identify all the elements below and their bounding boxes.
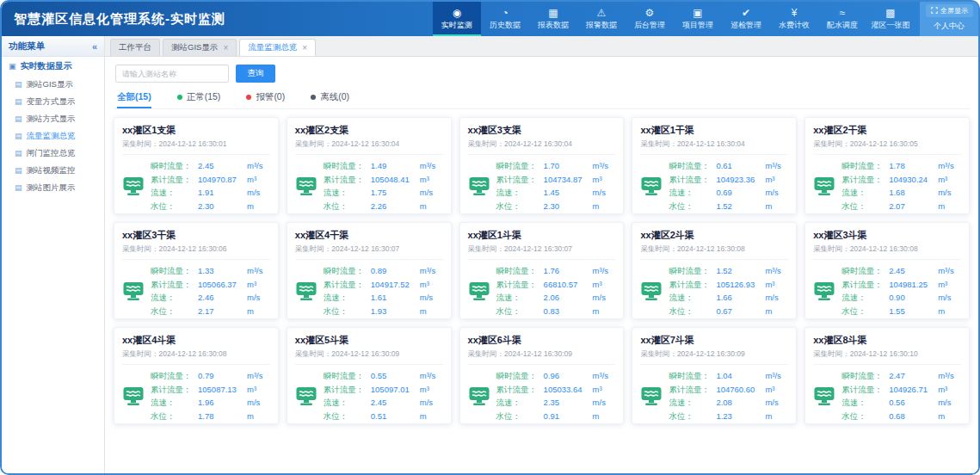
sidebar-item-label: 测站视频监控 [27,165,76,176]
status-filter-1[interactable]: 正常(15) [177,91,221,108]
sidebar-item-4[interactable]: ▤闸门监控总览 [2,145,104,162]
collect-time: 采集时间：2024-12-12 16:30:09 [295,349,443,365]
metric-row: 累计流量：105066.37m³ [151,278,270,292]
collect-time-value: 2024-12-12 16:30:09 [331,349,399,358]
metric-row: 流速：1.61m/s [324,291,443,305]
metric-label: 累计流量： [496,173,544,187]
collect-time: 采集时间：2024-12-12 16:30:07 [295,244,443,260]
metric-value: 2.08 [716,396,765,410]
close-icon[interactable]: × [223,44,228,52]
station-card-12: xx灌区6斗渠采集时间：2024-12-12 16:30:09瞬时流量：0.96… [459,327,625,424]
station-card-3: xx灌区1干渠采集时间：2024-12-12 16:30:04瞬时流量：0.61… [632,117,797,214]
collect-time-value: 2024-12-12 16:30:07 [331,244,399,253]
sidebar-section-realtime[interactable]: ▣ 实时数据显示 [2,57,104,76]
collect-time-value: 2024-12-12 16:30:04 [331,139,399,148]
top-nav-label: 巡检管理 [730,20,761,31]
top-nav-item-2[interactable]: ▦报表数据 [529,2,577,36]
metric-value: 1.61 [371,291,420,305]
top-nav-item-0[interactable]: ◉实时监测 [433,2,481,36]
station-icon [640,280,663,302]
sidebar-item-2[interactable]: ▤测站方式显示 [2,110,104,127]
close-icon[interactable]: × [302,44,307,52]
metric-unit: m/s [765,291,778,305]
station-card-1: xx灌区2支渠采集时间：2024-12-12 16:30:04瞬时流量：1.49… [287,117,452,214]
inspection-icon: ✔ [742,8,750,18]
top-nav-item-6[interactable]: ✔巡检管理 [722,2,770,36]
tab-2[interactable]: 流量监测总览× [239,39,316,56]
sidebar-item-1[interactable]: ▤变量方式显示 [2,93,104,110]
metric-row: 流速：2.45m/s [324,396,443,410]
collect-time-prefix: 采集时间： [640,244,677,253]
collect-time: 采集时间：2024-12-12 16:30:10 [813,349,961,365]
metric-value: 2.45 [371,396,420,410]
top-nav-item-7[interactable]: ¥水费计收 [770,2,818,36]
metric-unit: m³/s [593,159,608,173]
metric-row: 水位：0.68m [841,410,961,423]
metric-row: 累计流量：104926.71m³ [841,383,961,397]
metric-label: 瞬时流量： [324,264,371,278]
station-icon [813,385,835,407]
metric-unit: m [247,410,254,423]
metric-row: 流速：1.68m/s [841,186,961,200]
collect-time-value: 2024-12-12 16:30:07 [504,244,572,253]
metric-label: 水位： [324,200,371,213]
top-nav-item-3[interactable]: ⚠报警数据 [577,2,626,36]
metric-unit: m/s [765,186,778,200]
collect-time-value: 2024-12-12 16:30:08 [159,349,227,358]
metric-row: 水位：0.83m [496,305,616,318]
station-search-input[interactable] [115,65,229,83]
status-filter-3[interactable]: 离线(0) [311,91,349,108]
sidebar-item-0[interactable]: ▤测站GIS显示 [2,76,104,93]
filter-label: 全部(15) [117,91,151,103]
metric-row: 流速：1.66m/s [669,291,788,305]
collect-time-prefix: 采集时间： [122,139,159,148]
metric-value: 2.06 [544,291,593,305]
metric-row: 水位：1.78m [151,410,270,423]
status-filter-0[interactable]: 全部(15) [117,91,151,108]
metric-unit: m³/s [938,369,953,383]
metric-label: 瞬时流量： [669,369,716,383]
metric-value: 0.91 [544,410,593,423]
sidebar-item-6[interactable]: ▤测站图片展示 [2,179,104,196]
tab-label: 工作平台 [119,42,151,53]
sidebar-collapse-button[interactable]: « [92,41,97,52]
metric-row: 流速：0.56m/s [841,396,961,410]
metric-row: 水位：2.07m [841,200,961,213]
tab-1[interactable]: 测站GIS显示× [163,39,237,56]
tab-0[interactable]: 工作平台 [110,39,160,56]
top-nav-item-9[interactable]: ▩灌区一张图 [866,2,915,36]
sidebar-item-5[interactable]: ▤测站视频监控 [2,162,104,179]
sidebar-item-3[interactable]: ▤流量监测总览 [2,127,104,145]
query-button[interactable]: 查询 [236,65,275,83]
metric-label: 累计流量： [496,383,544,397]
top-nav-item-5[interactable]: ▣项目管理 [674,2,722,36]
top-nav-item-4[interactable]: ⚙后台管理 [626,2,674,36]
sidebar-item-label: 流量监测总览 [27,131,76,142]
metric-unit: m [420,410,427,423]
station-icon [813,175,835,197]
metric-row: 水位：1.93m [324,305,443,318]
collect-time: 采集时间：2024-12-12 16:30:09 [640,349,788,365]
metric-row: 瞬时流量：0.79m³/s [151,369,270,383]
station-name: xx灌区2干渠 [813,124,961,137]
metric-row: 瞬时流量：1.04m³/s [669,369,788,383]
metric-label: 流速： [151,396,198,410]
top-nav-item-8[interactable]: ≈配水调度 [818,2,866,36]
collect-time-prefix: 采集时间： [640,139,677,148]
table-icon: ▤ [15,183,22,192]
metric-value: 2.47 [889,369,938,383]
metric-label: 累计流量： [669,383,716,397]
metric-value: 104923.36 [716,173,765,187]
station-card-7: xx灌区1斗渠采集时间：2024-12-12 16:30:07瞬时流量：1.76… [459,222,625,319]
metric-value: 2.45 [889,264,938,278]
metric-label: 流速： [496,186,544,200]
top-nav-item-1[interactable]: ◔历史数据 [481,2,529,36]
metric-label: 流速： [496,291,544,305]
status-filter-2[interactable]: 报警(0) [246,91,285,108]
sidebar-item-label: 闸门监控总览 [27,148,76,159]
fullscreen-button[interactable]: 全屏显示 [926,4,973,17]
metric-value: 1.93 [371,305,420,318]
station-name: xx灌区6斗渠 [468,334,616,347]
sidebar-header: 功能菜单 « [2,36,104,57]
station-icon [468,280,490,302]
